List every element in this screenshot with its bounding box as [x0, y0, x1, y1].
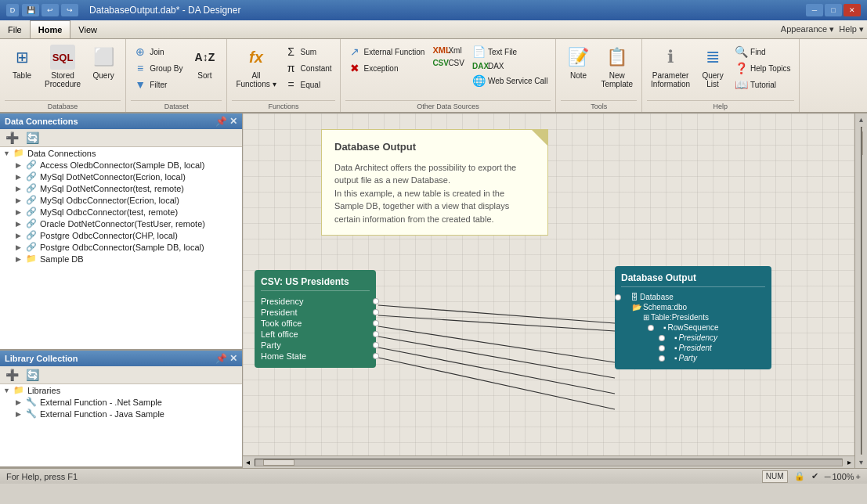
parameter-information-button[interactable]: ℹ ParameterInformation	[647, 42, 694, 91]
close-panel-icon[interactable]: ✕	[229, 353, 237, 364]
group-by-button[interactable]: ≡ Group By	[131, 60, 186, 76]
help-topics-button[interactable]: ❓ Help Topics	[732, 60, 794, 76]
maximize-btn[interactable]: □	[825, 4, 842, 16]
csv-button[interactable]: CSV CSV	[429, 57, 468, 69]
zoom-in-btn[interactable]: +	[856, 472, 861, 481]
expand-icon[interactable]: ▶	[16, 196, 25, 204]
join-icon: ⊕	[134, 45, 146, 58]
scroll-thumb[interactable]	[263, 459, 294, 466]
tree-item-mysql3[interactable]: ▶ 🔗 MySql OdbcConnector(Ecrion, local)	[0, 194, 242, 206]
redo-btn[interactable]: ↪	[61, 4, 78, 16]
xml-button[interactable]: XML Xml	[429, 44, 468, 56]
expand-icon[interactable]: ▶	[16, 232, 25, 239]
menu-view[interactable]: View	[70, 20, 105, 38]
canvas-scroll[interactable]: Database Output Data Architect offers th…	[243, 113, 854, 455]
sort-button[interactable]: A↕Z Sort	[187, 42, 222, 82]
zoom-out-btn[interactable]: ─	[825, 472, 831, 481]
tree-label: Sample DB	[40, 254, 84, 264]
web-service-call-button[interactable]: 🌐 Web Service Call	[469, 73, 551, 88]
save-btn[interactable]: 💾	[22, 4, 39, 16]
add-library-btn[interactable]: ➕	[3, 368, 21, 382]
close-btn[interactable]: ✕	[844, 4, 861, 16]
horizontal-scrollbar[interactable]: ◂ ▸	[243, 455, 854, 468]
db-tree-database: 🗄 Database	[621, 292, 765, 302]
expand-icon[interactable]: ▼	[3, 387, 13, 394]
parameter-information-label: ParameterInformation	[651, 71, 690, 88]
data-connections-tree[interactable]: ▼ 📁 Data Connections ▶ 🔗 Access OledbCon…	[0, 147, 242, 349]
csv-field-presidency: Presidency	[261, 296, 370, 307]
tree-item-oracle[interactable]: ▶ 🔗 Oracle DotNetConnector(TestUser, rem…	[0, 218, 242, 229]
refresh-connections-btn[interactable]: 🔄	[23, 131, 42, 145]
sum-button[interactable]: Σ Sum	[282, 44, 335, 59]
new-template-button[interactable]: 📋 NewTemplate	[597, 42, 637, 91]
quick-access-toolbar: 💾 ↩ ↪	[22, 4, 78, 16]
undo-btn[interactable]: ↩	[42, 4, 59, 16]
tree-item-postgre2[interactable]: ▶ 🔗 Postgre OdbcConnector(Sample DB, loc…	[0, 241, 242, 253]
tree-item-postgre1[interactable]: ▶ 🔗 Postgre OdbcConnector(CHP, local)	[0, 229, 242, 241]
close-panel-icon[interactable]: ✕	[229, 116, 237, 127]
tree-item-data-connections[interactable]: ▼ 📁 Data Connections	[0, 147, 242, 159]
pin-icon[interactable]: 📌	[215, 353, 227, 364]
tree-item-ext-java[interactable]: ▶ 🔧 External Function - Java Sample	[0, 408, 242, 419]
dax-button[interactable]: DAX DAX	[469, 60, 551, 72]
text-file-button[interactable]: 📄 Text File	[469, 44, 551, 59]
tree-item-mysql4[interactable]: ▶ 🔗 MySql OdbcConnector(test, remote)	[0, 206, 242, 218]
expand-icon[interactable]: ▼	[3, 149, 13, 157]
join-button[interactable]: ⊕ Join	[131, 44, 186, 59]
find-label: Find	[750, 48, 765, 56]
expand-icon[interactable]: ▶	[16, 398, 25, 406]
scroll-track[interactable]	[255, 459, 843, 466]
exception-button[interactable]: ✖ Exception	[345, 60, 428, 76]
vertical-scrollbar[interactable]: ▴ ▾	[854, 113, 867, 468]
all-functions-button[interactable]: fx AllFunctions ▾	[232, 42, 280, 91]
expand-icon[interactable]: ▶	[16, 243, 25, 251]
zoom-control[interactable]: ─ 100% +	[825, 472, 861, 481]
menu-file[interactable]: File	[0, 20, 30, 38]
query-button[interactable]: ⬜ Query	[86, 42, 121, 82]
filter-button[interactable]: ▼ Filter	[131, 77, 186, 92]
tree-item-mysql1[interactable]: ▶ 🔗 MySql DotNetConnector(Ecrion, local)	[0, 171, 242, 182]
other-col2: XML Xml CSV CSV	[429, 42, 468, 69]
expand-icon[interactable]: ▶	[16, 208, 25, 216]
db-output-node[interactable]: Database Output 🗄 Database 📂 Schema:dbo	[615, 266, 771, 369]
library-tree[interactable]: ▼ 📁 Libraries ▶ 🔧 External Function - .N…	[0, 384, 242, 466]
pin-icon[interactable]: 📌	[215, 116, 227, 127]
menu-home[interactable]: Home	[30, 20, 71, 38]
table-button[interactable]: ⊞ Table	[5, 42, 39, 82]
tree-item-sampledb[interactable]: ▶ 📁 Sample DB	[0, 253, 242, 265]
tree-item-access[interactable]: ▶ 🔗 Access OledbConnector(Sample DB, loc…	[0, 159, 242, 171]
scroll-up-btn[interactable]: ▴	[858, 113, 865, 125]
query-list-label: QueryList	[702, 71, 723, 88]
status-icon1: 🔒	[794, 471, 805, 481]
add-connection-btn[interactable]: ➕	[3, 131, 21, 145]
v-scroll-thumb[interactable]	[862, 131, 863, 155]
scroll-down-btn[interactable]: ▾	[858, 456, 865, 468]
tutorial-button[interactable]: 📖 Tutorial	[732, 77, 794, 92]
external-function-button[interactable]: ↗ External Function	[345, 44, 428, 59]
scroll-left-btn[interactable]: ◂	[243, 458, 253, 466]
stored-procedure-button[interactable]: SQL StoredProcedure	[41, 42, 85, 91]
tree-item-ext-net[interactable]: ▶ 🔧 External Function - .Net Sample	[0, 396, 242, 408]
tree-item-libraries[interactable]: ▼ 📁 Libraries	[0, 384, 242, 396]
menu-appearance[interactable]: Appearance ▾ Help ▾	[781, 24, 867, 34]
equal-button[interactable]: = Equal	[282, 77, 335, 92]
query-list-icon: ≣	[700, 45, 725, 70]
find-button[interactable]: 🔍 Find	[732, 44, 794, 59]
expand-icon[interactable]: ▶	[16, 161, 25, 169]
scroll-right-btn[interactable]: ▸	[844, 458, 854, 466]
expand-icon[interactable]: ▶	[16, 255, 25, 263]
minimize-btn[interactable]: ─	[806, 4, 823, 16]
refresh-library-btn[interactable]: 🔄	[23, 368, 42, 382]
port-party	[373, 342, 379, 348]
v-scroll-track[interactable]	[861, 127, 862, 455]
constant-button[interactable]: π Constant	[282, 60, 335, 76]
expand-icon[interactable]: ▶	[16, 410, 25, 418]
csv-node[interactable]: CSV: US Presidents Presidency President …	[255, 270, 376, 368]
query-icon: ⬜	[91, 45, 116, 70]
query-list-button[interactable]: ≣ QueryList	[695, 42, 730, 91]
expand-icon[interactable]: ▶	[16, 173, 25, 181]
note-button[interactable]: 📝 Note	[561, 42, 595, 82]
expand-icon[interactable]: ▶	[16, 220, 25, 228]
expand-icon[interactable]: ▶	[16, 185, 25, 193]
tree-item-mysql2[interactable]: ▶ 🔗 MySql DotNetConnector(test, remote)	[0, 182, 242, 194]
